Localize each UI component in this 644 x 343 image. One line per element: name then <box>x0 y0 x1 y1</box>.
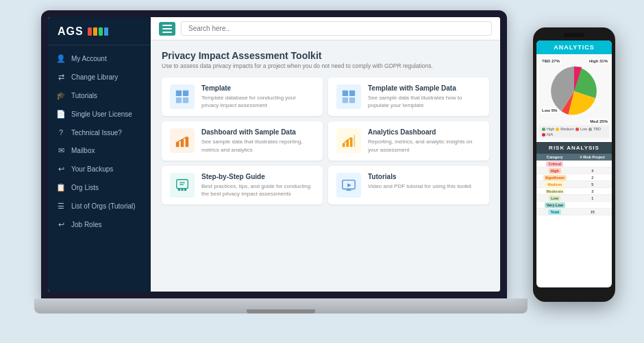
analytics-svg <box>341 133 356 148</box>
card-step-guide-text: Step-by-Step Guide Best practices, tips,… <box>201 173 314 198</box>
svg-rect-10 <box>186 137 189 147</box>
sidebar-item-backups[interactable]: ↩ Your Backups <box>48 160 151 178</box>
step-guide-icon <box>170 173 195 198</box>
card-analytics-desc: Reporting, metrics, and analytic insight… <box>368 138 481 153</box>
user-icon: 👤 <box>56 54 66 63</box>
logo-flag <box>88 27 108 36</box>
legend-item-low: Low <box>575 127 587 131</box>
logo-text: AGS <box>58 25 84 38</box>
sidebar-label-change-library: Change Library <box>71 73 118 81</box>
search-input[interactable] <box>181 21 492 36</box>
risk-value: 3 <box>573 188 612 195</box>
legend-label-high: High <box>547 127 554 131</box>
card-dashboard-sample-title: Dashboard with Sample Data <box>201 128 314 136</box>
pie-label-high: High 31% <box>588 58 609 64</box>
risk-cell-verylow: Very Low <box>545 202 565 208</box>
sidebar-item-license[interactable]: 📄 Single User License <box>48 105 151 123</box>
risk-col-category: Category <box>536 154 573 161</box>
card-template-sample-title: Template with Sample Data <box>368 84 481 92</box>
content-area: Privacy Impact Assessment Toolkit Use to… <box>151 40 500 292</box>
risk-cell-low: Low <box>549 196 560 201</box>
sidebar-label-technical: Technical Issue? <box>71 129 122 137</box>
card-step-guide-title: Step-by-Step Guide <box>201 173 314 180</box>
svg-rect-0 <box>176 91 182 96</box>
table-row: Low 1 <box>536 195 612 202</box>
menu-line-2 <box>162 28 172 29</box>
menu-line-3 <box>162 32 172 33</box>
laptop-bezel: AGS 👤 My Account <box>41 10 507 298</box>
legend-item-medium: Medium <box>556 127 574 131</box>
phone-legend: High Medium Low TBD <box>539 126 609 138</box>
legend-dot-low <box>575 128 579 131</box>
risk-category: Critical <box>536 161 573 167</box>
sidebar-item-change-library[interactable]: ⇄ Change Library <box>48 68 151 86</box>
risk-header: RISK ANALYSIS <box>536 142 612 154</box>
svg-rect-11 <box>343 143 345 147</box>
card-step-guide[interactable]: Step-by-Step Guide Best practices, tips,… <box>162 166 323 204</box>
card-dashboard-sample[interactable]: Dashboard with Sample Data See sample da… <box>162 121 323 160</box>
sidebar-label-org-lists: Org Lists <box>71 184 99 191</box>
card-analytics[interactable]: Analytics Dashboard Reporting, metrics, … <box>328 121 489 160</box>
card-template-sample[interactable]: Template with Sample Data See sample dat… <box>328 78 489 116</box>
legend-dot-medium <box>556 128 559 131</box>
template-svg <box>175 89 190 104</box>
risk-value <box>573 161 612 167</box>
svg-rect-7 <box>349 97 355 103</box>
page-title: Privacy Impact Assessment Toolkit <box>162 50 489 61</box>
legend-dot-high <box>542 128 545 131</box>
dashboard-sample-svg <box>175 133 190 148</box>
risk-cell-high: High <box>549 168 561 174</box>
laptop-screen: AGS 👤 My Account <box>48 17 500 292</box>
phone-body: ANALYTICS <box>533 27 615 302</box>
sidebar-label-my-account: My Account <box>71 55 107 62</box>
flag-stripe-blue <box>104 27 108 36</box>
card-template[interactable]: Template Template database for conductin… <box>162 78 323 116</box>
list-icon: 📋 <box>56 183 66 192</box>
step-guide-svg <box>175 178 190 193</box>
flag-stripe-red <box>88 27 92 36</box>
logo-area: AGS <box>48 17 151 45</box>
risk-category: High <box>536 167 573 174</box>
dashboard-sample-icon <box>170 128 195 153</box>
pie-chart-svg <box>547 64 602 119</box>
pie-label-med: Med 25% <box>589 119 609 124</box>
template-sample-svg <box>341 89 356 104</box>
risk-cell-critical: Critical <box>546 161 563 167</box>
tutorials-card-icon <box>336 173 361 198</box>
template-sample-icon <box>336 84 361 109</box>
sidebar-item-technical[interactable]: ? Technical Issue? <box>48 123 151 141</box>
sidebar-item-org-lists[interactable]: 📋 Org Lists <box>48 178 151 197</box>
laptop-base <box>34 298 528 314</box>
card-analytics-text: Analytics Dashboard Reporting, metrics, … <box>368 128 481 153</box>
table-row: Total 15 <box>536 209 612 215</box>
card-template-sample-text: Template with Sample Data See sample dat… <box>368 84 481 109</box>
mail-icon: ✉ <box>56 146 66 155</box>
sidebar-item-job-roles[interactable]: ↩ Job Roles <box>48 215 151 234</box>
svg-rect-2 <box>176 97 182 103</box>
sidebar-item-orgs-tutorial[interactable]: ☰ List of Orgs (Tutorial) <box>48 197 151 215</box>
legend-label-low: Low <box>580 127 587 131</box>
risk-category: Medium <box>536 181 573 188</box>
sidebar: AGS 👤 My Account <box>48 17 151 292</box>
sidebar-label-backups: Your Backups <box>71 165 113 173</box>
risk-category: Low <box>536 195 573 202</box>
sidebar-item-tutorials[interactable]: 🎓 Tutorials <box>48 86 151 105</box>
page-subtitle: Use to assess data privacy impacts for a… <box>162 62 489 69</box>
sidebar-item-mailbox[interactable]: ✉ Mailbox <box>48 141 151 160</box>
menu-button[interactable] <box>159 22 175 36</box>
menu-line-1 <box>162 25 172 26</box>
phone-chart-area: TBD 27% High 31% Low 5% Med 25% High <box>536 54 612 141</box>
risk-value <box>573 202 612 209</box>
svg-rect-1 <box>183 91 188 96</box>
sidebar-item-my-account[interactable]: 👤 My Account <box>48 49 151 68</box>
orgs-icon: ☰ <box>56 202 66 211</box>
template-icon <box>170 84 195 109</box>
sidebar-label-orgs-tutorial: List of Orgs (Tutorial) <box>71 202 136 210</box>
legend-label-na: N/A <box>547 132 553 137</box>
svg-rect-5 <box>349 91 355 96</box>
scene: AGS 👤 My Account <box>0 0 644 343</box>
card-tutorials[interactable]: Tutorials Video and PDF tutorial for usi… <box>328 166 489 204</box>
svg-rect-8 <box>176 142 179 147</box>
svg-rect-9 <box>181 140 184 147</box>
legend-label-tbd: TBD <box>593 127 601 131</box>
